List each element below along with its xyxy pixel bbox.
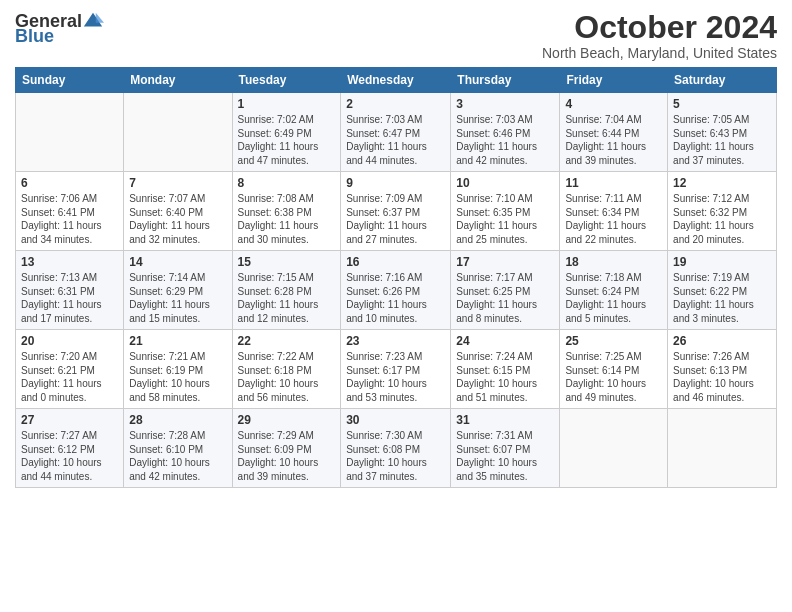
page-header: General Blue October 2024 North Beach, M… xyxy=(15,10,777,61)
day-info: Sunrise: 7:17 AMSunset: 6:25 PMDaylight:… xyxy=(456,271,554,325)
calendar-cell: 5Sunrise: 7:05 AMSunset: 6:43 PMDaylight… xyxy=(668,93,777,172)
calendar-cell: 16Sunrise: 7:16 AMSunset: 6:26 PMDayligh… xyxy=(341,251,451,330)
day-number: 7 xyxy=(129,176,226,190)
day-info: Sunrise: 7:23 AMSunset: 6:17 PMDaylight:… xyxy=(346,350,445,404)
location: North Beach, Maryland, United States xyxy=(542,45,777,61)
day-number: 12 xyxy=(673,176,771,190)
calendar-cell: 1Sunrise: 7:02 AMSunset: 6:49 PMDaylight… xyxy=(232,93,341,172)
day-info: Sunrise: 7:18 AMSunset: 6:24 PMDaylight:… xyxy=(565,271,662,325)
calendar-cell: 21Sunrise: 7:21 AMSunset: 6:19 PMDayligh… xyxy=(124,330,232,409)
day-info: Sunrise: 7:10 AMSunset: 6:35 PMDaylight:… xyxy=(456,192,554,246)
day-number: 4 xyxy=(565,97,662,111)
calendar-cell: 14Sunrise: 7:14 AMSunset: 6:29 PMDayligh… xyxy=(124,251,232,330)
day-number: 8 xyxy=(238,176,336,190)
day-number: 15 xyxy=(238,255,336,269)
calendar-cell: 31Sunrise: 7:31 AMSunset: 6:07 PMDayligh… xyxy=(451,409,560,488)
day-number: 13 xyxy=(21,255,118,269)
day-header-tuesday: Tuesday xyxy=(232,68,341,93)
month-title: October 2024 xyxy=(542,10,777,45)
calendar-cell: 26Sunrise: 7:26 AMSunset: 6:13 PMDayligh… xyxy=(668,330,777,409)
day-number: 17 xyxy=(456,255,554,269)
calendar-cell: 2Sunrise: 7:03 AMSunset: 6:47 PMDaylight… xyxy=(341,93,451,172)
day-info: Sunrise: 7:20 AMSunset: 6:21 PMDaylight:… xyxy=(21,350,118,404)
day-info: Sunrise: 7:14 AMSunset: 6:29 PMDaylight:… xyxy=(129,271,226,325)
calendar-cell: 24Sunrise: 7:24 AMSunset: 6:15 PMDayligh… xyxy=(451,330,560,409)
calendar-cell: 22Sunrise: 7:22 AMSunset: 6:18 PMDayligh… xyxy=(232,330,341,409)
calendar-cell: 30Sunrise: 7:30 AMSunset: 6:08 PMDayligh… xyxy=(341,409,451,488)
day-number: 14 xyxy=(129,255,226,269)
calendar-cell: 11Sunrise: 7:11 AMSunset: 6:34 PMDayligh… xyxy=(560,172,668,251)
day-header-sunday: Sunday xyxy=(16,68,124,93)
calendar-cell: 25Sunrise: 7:25 AMSunset: 6:14 PMDayligh… xyxy=(560,330,668,409)
day-info: Sunrise: 7:26 AMSunset: 6:13 PMDaylight:… xyxy=(673,350,771,404)
logo-icon xyxy=(82,10,104,32)
calendar-header: SundayMondayTuesdayWednesdayThursdayFrid… xyxy=(16,68,777,93)
day-number: 3 xyxy=(456,97,554,111)
day-info: Sunrise: 7:27 AMSunset: 6:12 PMDaylight:… xyxy=(21,429,118,483)
day-info: Sunrise: 7:28 AMSunset: 6:10 PMDaylight:… xyxy=(129,429,226,483)
day-number: 31 xyxy=(456,413,554,427)
calendar-cell: 6Sunrise: 7:06 AMSunset: 6:41 PMDaylight… xyxy=(16,172,124,251)
calendar-cell: 20Sunrise: 7:20 AMSunset: 6:21 PMDayligh… xyxy=(16,330,124,409)
day-header-thursday: Thursday xyxy=(451,68,560,93)
day-number: 6 xyxy=(21,176,118,190)
day-info: Sunrise: 7:16 AMSunset: 6:26 PMDaylight:… xyxy=(346,271,445,325)
calendar-cell: 17Sunrise: 7:17 AMSunset: 6:25 PMDayligh… xyxy=(451,251,560,330)
day-info: Sunrise: 7:03 AMSunset: 6:47 PMDaylight:… xyxy=(346,113,445,167)
day-info: Sunrise: 7:08 AMSunset: 6:38 PMDaylight:… xyxy=(238,192,336,246)
calendar-cell: 12Sunrise: 7:12 AMSunset: 6:32 PMDayligh… xyxy=(668,172,777,251)
day-info: Sunrise: 7:21 AMSunset: 6:19 PMDaylight:… xyxy=(129,350,226,404)
day-header-monday: Monday xyxy=(124,68,232,93)
day-info: Sunrise: 7:15 AMSunset: 6:28 PMDaylight:… xyxy=(238,271,336,325)
calendar-cell: 23Sunrise: 7:23 AMSunset: 6:17 PMDayligh… xyxy=(341,330,451,409)
calendar-cell: 28Sunrise: 7:28 AMSunset: 6:10 PMDayligh… xyxy=(124,409,232,488)
logo: General Blue xyxy=(15,10,104,47)
day-header-saturday: Saturday xyxy=(668,68,777,93)
calendar-cell: 9Sunrise: 7:09 AMSunset: 6:37 PMDaylight… xyxy=(341,172,451,251)
calendar-cell: 3Sunrise: 7:03 AMSunset: 6:46 PMDaylight… xyxy=(451,93,560,172)
calendar-cell xyxy=(124,93,232,172)
day-number: 27 xyxy=(21,413,118,427)
day-number: 22 xyxy=(238,334,336,348)
calendar-cell xyxy=(16,93,124,172)
day-info: Sunrise: 7:07 AMSunset: 6:40 PMDaylight:… xyxy=(129,192,226,246)
day-info: Sunrise: 7:04 AMSunset: 6:44 PMDaylight:… xyxy=(565,113,662,167)
day-number: 21 xyxy=(129,334,226,348)
day-number: 30 xyxy=(346,413,445,427)
day-number: 16 xyxy=(346,255,445,269)
day-info: Sunrise: 7:30 AMSunset: 6:08 PMDaylight:… xyxy=(346,429,445,483)
calendar-cell: 4Sunrise: 7:04 AMSunset: 6:44 PMDaylight… xyxy=(560,93,668,172)
day-info: Sunrise: 7:06 AMSunset: 6:41 PMDaylight:… xyxy=(21,192,118,246)
calendar-cell: 18Sunrise: 7:18 AMSunset: 6:24 PMDayligh… xyxy=(560,251,668,330)
day-header-wednesday: Wednesday xyxy=(341,68,451,93)
title-section: October 2024 North Beach, Maryland, Unit… xyxy=(542,10,777,61)
day-number: 24 xyxy=(456,334,554,348)
day-number: 18 xyxy=(565,255,662,269)
day-header-friday: Friday xyxy=(560,68,668,93)
day-number: 9 xyxy=(346,176,445,190)
day-info: Sunrise: 7:25 AMSunset: 6:14 PMDaylight:… xyxy=(565,350,662,404)
calendar-cell: 8Sunrise: 7:08 AMSunset: 6:38 PMDaylight… xyxy=(232,172,341,251)
calendar-cell: 27Sunrise: 7:27 AMSunset: 6:12 PMDayligh… xyxy=(16,409,124,488)
day-info: Sunrise: 7:11 AMSunset: 6:34 PMDaylight:… xyxy=(565,192,662,246)
calendar-cell: 7Sunrise: 7:07 AMSunset: 6:40 PMDaylight… xyxy=(124,172,232,251)
svg-marker-1 xyxy=(96,13,104,23)
day-info: Sunrise: 7:03 AMSunset: 6:46 PMDaylight:… xyxy=(456,113,554,167)
logo-blue: Blue xyxy=(15,26,54,47)
day-info: Sunrise: 7:22 AMSunset: 6:18 PMDaylight:… xyxy=(238,350,336,404)
calendar-cell: 19Sunrise: 7:19 AMSunset: 6:22 PMDayligh… xyxy=(668,251,777,330)
day-info: Sunrise: 7:24 AMSunset: 6:15 PMDaylight:… xyxy=(456,350,554,404)
day-number: 2 xyxy=(346,97,445,111)
day-info: Sunrise: 7:13 AMSunset: 6:31 PMDaylight:… xyxy=(21,271,118,325)
day-info: Sunrise: 7:09 AMSunset: 6:37 PMDaylight:… xyxy=(346,192,445,246)
day-info: Sunrise: 7:29 AMSunset: 6:09 PMDaylight:… xyxy=(238,429,336,483)
calendar-cell: 13Sunrise: 7:13 AMSunset: 6:31 PMDayligh… xyxy=(16,251,124,330)
day-number: 1 xyxy=(238,97,336,111)
day-number: 23 xyxy=(346,334,445,348)
calendar-cell xyxy=(560,409,668,488)
day-number: 25 xyxy=(565,334,662,348)
calendar-cell: 10Sunrise: 7:10 AMSunset: 6:35 PMDayligh… xyxy=(451,172,560,251)
calendar-cell: 29Sunrise: 7:29 AMSunset: 6:09 PMDayligh… xyxy=(232,409,341,488)
day-number: 19 xyxy=(673,255,771,269)
day-info: Sunrise: 7:02 AMSunset: 6:49 PMDaylight:… xyxy=(238,113,336,167)
